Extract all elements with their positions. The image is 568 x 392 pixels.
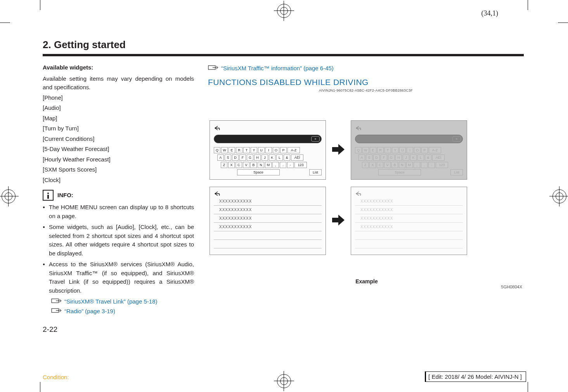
key: T: [243, 147, 250, 153]
key: 123: [294, 162, 307, 168]
page-number: 2-22: [43, 325, 57, 334]
key: P: [421, 147, 428, 153]
figure: × QWERTYUIOPA-Z ASDFGHJKL&ÁÈÎ ZXCVBNM,.-…: [210, 120, 524, 289]
info-box: INFO:: [43, 190, 194, 201]
figure-caption: Example: [210, 278, 524, 284]
list-row: XXXXXXXXXXX: [214, 223, 322, 231]
key: ÁÈÎ: [432, 154, 445, 161]
key: A: [358, 154, 365, 161]
body-text: Available setting items may vary dependi…: [43, 75, 194, 92]
list-row: XXXXXXXXXXX: [355, 214, 463, 223]
crop-mark: [0, 23, 10, 23]
registration-mark: [0, 186, 19, 206]
key: Y: [251, 147, 257, 153]
key: O: [414, 147, 421, 153]
key: U: [258, 147, 265, 153]
hand-pointer-icon: [208, 64, 219, 71]
space-key: Space: [237, 169, 280, 175]
xref-link: “SiriusXM® Travel Link” (page 5-18): [64, 297, 157, 306]
list-panel-disabled: XXXXXXXXXXX XXXXXXXXXXX XXXXXXXXXXX XXXX…: [351, 187, 467, 255]
guid-code: AIVINJN1-96075C82-A5BC-42F2-A4C5-DF0BB28…: [208, 88, 524, 94]
back-arrow-icon: [214, 191, 222, 196]
page-body: 2. Getting started Available widgets: Av…: [43, 39, 524, 334]
keyboard-panel-disabled: × QWERTYUIOPA-Z ASDFGHJKL&ÁÈÎ ZXCVBNM,.-…: [351, 120, 467, 180]
cross-reference: “SiriusXM Traffic™ information” (page 6-…: [208, 64, 524, 73]
key: R: [377, 147, 384, 153]
list-row: XXXXXXXXXXX: [355, 223, 463, 231]
crop-mark: [558, 23, 568, 23]
figure-id: 5GH0804X: [501, 284, 522, 289]
crop-mark: [40, 382, 40, 392]
key: .: [280, 162, 286, 168]
key: .: [421, 162, 428, 168]
key: S: [366, 154, 372, 161]
list-item: [Map]: [43, 114, 194, 123]
list-row: .: [355, 240, 463, 248]
key: K: [269, 154, 275, 161]
list-item: [Audio]: [43, 104, 194, 113]
key: H: [254, 154, 261, 161]
key: Q: [355, 147, 362, 153]
key: 123: [436, 162, 448, 168]
text-input: ×: [355, 135, 463, 143]
edit-stamp: [ Edit: 2018/ 4/ 26 Model: AIVINJ-N ]: [425, 371, 526, 382]
key: Q: [214, 147, 220, 153]
sheet-number: (34,1): [481, 9, 499, 17]
list-row: .: [355, 231, 463, 240]
registration-mark: [549, 186, 568, 206]
list-row: XXXXXXXXXXX: [355, 206, 463, 214]
key: A-Z: [429, 147, 441, 153]
key: U: [399, 147, 406, 153]
info-label: INFO:: [57, 191, 73, 200]
key: I: [265, 147, 272, 153]
xref-link: “Radio” (page 3-19): [64, 307, 115, 316]
key: A: [217, 154, 224, 161]
title-rule: [43, 54, 524, 56]
key: &: [284, 154, 290, 161]
space-key: Space: [378, 169, 421, 175]
bullet-item: Access to the SiriusXM® services (Sirius…: [49, 260, 194, 295]
key: D: [373, 154, 380, 161]
key: H: [395, 154, 402, 161]
key: V: [384, 162, 391, 168]
keyboard-panel-enabled: × QWERTYUIOPA-Z ASDFGHJKL&ÁÈÎ ZXCVBNM,.-…: [210, 120, 326, 180]
cross-reference: “Radio” (page 3-19): [51, 307, 194, 316]
key: B: [250, 162, 257, 168]
key: C: [236, 162, 242, 168]
key: M: [406, 162, 413, 168]
list-row: XXXXXXXXXXX: [355, 197, 463, 206]
list-item: [Clock]: [43, 176, 194, 185]
bullet-list: The HOME MENU screen can display up to 8…: [43, 203, 194, 295]
list-item: [Hourly Weather Forecast]: [43, 155, 194, 164]
text-input: ×: [214, 135, 322, 143]
key: P: [280, 147, 287, 153]
list-panel-enabled: XXXXXXXXXXX XXXXXXXXXXX XXXXXXXXXXX XXXX…: [210, 187, 326, 255]
xref-link: “SiriusXM Traffic™ information” (page 6-…: [221, 64, 334, 73]
key: F: [381, 154, 387, 161]
registration-mark: [274, 1, 294, 21]
list-row: XXXXXXXXXXX: [214, 206, 322, 214]
key: V: [243, 162, 249, 168]
key: K: [410, 154, 417, 161]
registration-mark: [274, 371, 294, 391]
back-arrow-icon: [214, 125, 222, 131]
list-item: [Current Conditions]: [43, 135, 194, 144]
crop-mark: [528, 0, 528, 10]
subheading: Available widgets:: [43, 63, 194, 72]
key: ,: [414, 162, 420, 168]
condition-label: Condition:: [43, 374, 69, 380]
key: ,: [272, 162, 279, 168]
column-1: Available widgets: Available setting ite…: [43, 63, 194, 316]
arrow-right-icon: [331, 214, 345, 228]
key: I: [407, 147, 413, 153]
list-row: .: [214, 231, 322, 240]
section-heading: FUNCTIONS DISABLED WHILE DRIVING: [208, 76, 524, 88]
key: W: [221, 147, 228, 153]
list-row: .: [214, 240, 322, 248]
list-key: List: [309, 169, 322, 175]
key: L: [276, 154, 283, 161]
key: -: [287, 162, 294, 168]
key: E: [229, 147, 235, 153]
key: N: [258, 162, 264, 168]
key: B: [391, 162, 398, 168]
